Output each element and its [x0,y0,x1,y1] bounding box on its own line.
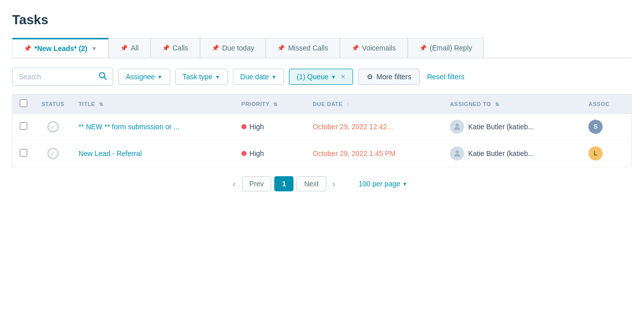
assigned-to-sort-icon: ⇅ [495,101,500,107]
pin-icon-all: 📌 [120,44,128,52]
priority-value-0: High [250,123,264,131]
task-type-caret-icon: ▼ [215,74,220,80]
title-sort-icon: ⇅ [99,101,104,107]
task-title-link-0[interactable]: ** NEW ** form submission or ... [78,123,179,131]
priority-value-1: High [250,149,264,158]
due-date-value-1: October 29, 2022 1:45 PM [313,149,395,158]
task-complete-button-1[interactable]: ✓ [47,148,59,159]
task-type-filter-label: Task type [183,73,213,81]
more-filters-button[interactable]: ⚙ More filters [358,69,420,85]
per-page-label: 100 per page [359,180,401,188]
row-title-cell: ** NEW ** form submission or ... [71,114,234,140]
svg-line-1 [104,77,106,79]
tab-due-today-label: Due today [222,44,255,52]
row-assigned-to-cell: Katie Butler (katieb... [443,114,581,140]
due-date-value-0: October 29, 2022 12:42... [313,123,393,131]
associated-avatar-0: S [588,120,603,134]
per-page-caret-icon: ▼ [403,181,408,187]
more-filters-label: More filters [376,73,411,81]
assigned-to-column-header[interactable]: ASSIGNED TO ⇅ [443,94,581,114]
row-checkbox-1[interactable] [20,149,27,157]
pagination-prev-arrow[interactable]: ‹ [230,177,239,191]
sliders-icon: ⚙ [367,73,373,81]
status-column-header: STATUS [34,94,71,114]
search-input[interactable] [19,73,94,81]
search-box [12,68,113,86]
row-associated-cell: L [581,140,631,167]
tab-email-reply[interactable]: 📌 (Email) Reply [408,38,484,58]
row-status-cell: ✓ [34,140,71,167]
pagination-page-1[interactable]: 1 [274,176,293,191]
assignee-filter-label: Assignee [126,73,155,81]
priority-column-header[interactable]: PRIORITY ⇅ [234,94,306,114]
pagination-row: ‹ Prev 1 Next › 100 per page ▼ [12,167,632,200]
svg-point-3 [456,150,459,153]
due-date-filter-label: Due date [240,73,269,81]
pin-icon-calls: 📌 [162,44,170,52]
associated-column-header: ASSOC [581,94,631,114]
filter-row: Assignee ▼ Task type ▼ Due date ▼ (1) Qu… [12,68,632,86]
pin-icon: 📌 [24,45,31,52]
pagination-prev-button[interactable]: Prev [242,176,272,191]
assignee-filter-button[interactable]: Assignee ▼ [118,69,170,85]
row-status-cell: ✓ [34,114,71,140]
due-date-sort-icon: ↑ [346,101,350,107]
select-all-header [13,94,35,114]
pin-icon-email: 📌 [419,44,427,52]
row-due-date-cell: October 29, 2022 1:45 PM [306,140,443,167]
row-priority-cell: High [234,140,306,167]
queue-filter-button[interactable]: (1) Queue ▼ ✕ [289,69,353,85]
due-date-caret-icon: ▼ [271,74,276,80]
row-priority-cell: High [234,114,306,140]
assigned-to-name-0: Katie Butler (katieb... [468,123,534,131]
avatar-1 [450,146,464,161]
avatar-0 [450,120,464,134]
task-complete-button-0[interactable]: ✓ [47,121,59,132]
tab-due-today[interactable]: 📌 Due today [200,38,266,58]
tab-all[interactable]: 📌 All [109,38,151,58]
row-checkbox-cell [13,114,35,140]
select-all-checkbox[interactable] [20,99,27,107]
table-row: ✓ ** NEW ** form submission or ... High … [13,114,632,140]
row-assigned-to-cell: Katie Butler (katieb... [443,140,581,167]
tab-all-label: All [131,44,139,52]
pin-icon-vm: 📌 [352,44,359,52]
pin-icon-missed: 📌 [277,44,285,52]
svg-point-2 [456,124,459,127]
queue-caret-icon: ▼ [331,74,336,80]
tab-calls[interactable]: 📌 Calls [151,38,200,58]
row-checkbox-0[interactable] [20,122,27,130]
tab-new-leads-label: *New Leads* (2) [34,44,87,53]
table-row: ✓ New Lead - Referral High October 29, 2… [13,140,632,167]
associated-avatar-1: L [588,146,603,161]
queue-filter-close-icon[interactable]: ✕ [340,73,345,80]
tab-new-leads[interactable]: 📌 *New Leads* (2) ▼ [12,38,109,59]
tabs-bar: 📌 *New Leads* (2) ▼ 📌 All 📌 Calls 📌 Due … [12,38,632,59]
priority-dot-0 [241,124,246,129]
priority-dot-1 [241,151,246,156]
task-type-filter-button[interactable]: Task type ▼ [175,69,228,85]
due-date-column-header[interactable]: DUE DATE ↑ [306,94,443,114]
row-due-date-cell: October 29, 2022 12:42... [306,114,443,140]
row-associated-cell: S [581,114,631,140]
due-date-filter-button[interactable]: Due date ▼ [233,69,284,85]
assignee-caret-icon: ▼ [158,74,163,80]
tab-missed-calls[interactable]: 📌 Missed Calls [266,38,339,58]
priority-sort-icon: ⇅ [273,101,278,107]
reset-filters-button[interactable]: Reset filters [425,69,466,84]
tab-voicemails-label: Voicemails [362,44,396,52]
tasks-table: STATUS TITLE ⇅ PRIORITY ⇅ DUE DATE ↑ ASS… [12,94,632,167]
title-column-header[interactable]: TITLE ⇅ [71,94,234,114]
tab-missed-calls-label: Missed Calls [288,44,328,52]
pagination-next-button[interactable]: Next [296,176,326,191]
queue-filter-label: (1) Queue [296,73,328,81]
pagination-next-arrow[interactable]: › [329,177,338,191]
reset-filters-label: Reset filters [427,73,464,81]
tab-voicemails[interactable]: 📌 Voicemails [340,38,408,58]
per-page-selector[interactable]: 100 per page ▼ [352,176,414,191]
search-icon[interactable] [98,72,107,82]
tab-dropdown-icon[interactable]: ▼ [91,45,97,52]
pin-icon-due: 📌 [212,44,219,52]
task-title-link-1[interactable]: New Lead - Referral [78,149,141,158]
row-title-cell: New Lead - Referral [71,140,234,167]
